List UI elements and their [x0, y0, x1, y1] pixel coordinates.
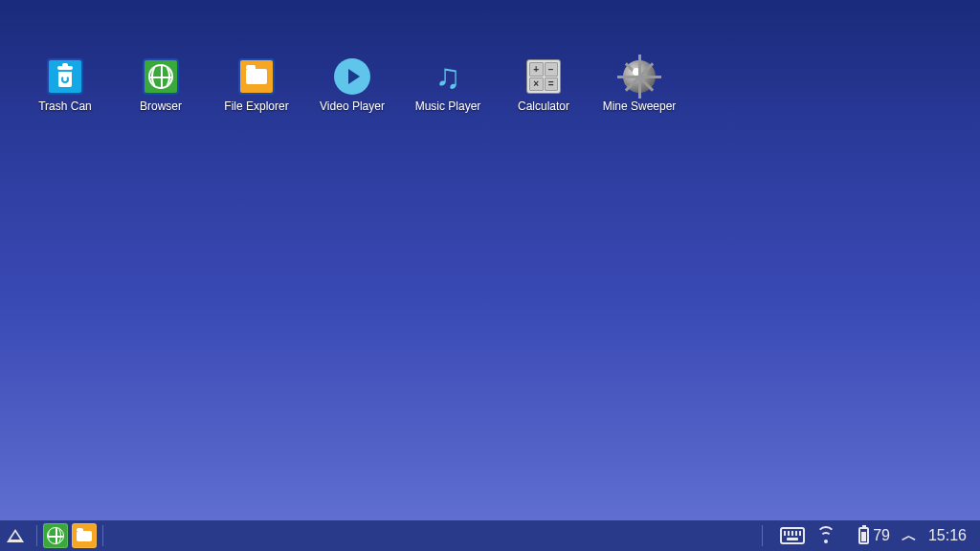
browser-icon [47, 527, 64, 544]
desktop-icon-trash[interactable]: Trash Can [17, 57, 113, 113]
desktop-icon-label: File Explorer [224, 99, 288, 113]
desktop-icon-mine-sweeper[interactable]: Mine Sweeper [591, 57, 687, 113]
network-tray-button[interactable] [816, 528, 835, 543]
trash-icon [46, 57, 84, 96]
tray-expand-button[interactable]: ︿ [902, 526, 917, 546]
desktop-area[interactable]: Trash Can Browser File Explorer Video Pl [0, 0, 980, 520]
taskbar-pinned-file-explorer[interactable] [72, 523, 97, 548]
clock-text: 15:16 [928, 527, 967, 544]
chevron-up-icon: ︿ [902, 526, 917, 546]
folder-icon [77, 531, 92, 541]
clock-tray-button[interactable]: 15:16 [928, 527, 967, 544]
desktop-icon-calculator[interactable]: +− ×= Calculator [496, 57, 591, 113]
mine-icon [620, 57, 658, 96]
play-icon [333, 57, 371, 96]
desktop-icon-label: Video Player [320, 99, 385, 113]
calculator-icon: +− ×= [524, 57, 563, 96]
battery-level-text: 79 [873, 527, 890, 544]
desktop-icon-music-player[interactable]: ♫ Music Player [400, 57, 496, 113]
taskbar: 79 ︿ 15:16 [0, 520, 980, 551]
desktop-icon-label: Trash Can [38, 99, 92, 113]
desktop-icon-label: Calculator [518, 99, 569, 113]
desktop-icon-row: Trash Can Browser File Explorer Video Pl [17, 57, 980, 113]
keyboard-tray-button[interactable] [780, 527, 805, 544]
taskbar-separator [102, 525, 103, 546]
folder-icon [237, 57, 276, 96]
browser-icon [142, 57, 180, 96]
system-tray: 79 ︿ 15:16 [762, 520, 980, 551]
desktop-icon-label: Music Player [415, 99, 481, 113]
taskbar-left [0, 520, 105, 551]
battery-icon [858, 527, 869, 544]
keyboard-icon [780, 527, 805, 544]
start-menu-button[interactable] [0, 520, 31, 551]
taskbar-pinned-browser[interactable] [43, 523, 68, 548]
wifi-icon [816, 528, 835, 543]
battery-tray-button[interactable]: 79 [858, 527, 890, 544]
desktop-icon-label: Browser [140, 99, 182, 113]
desktop-icon-label: Mine Sweeper [603, 99, 677, 113]
start-logo-icon [7, 529, 24, 542]
desktop-icon-video-player[interactable]: Video Player [304, 57, 400, 113]
desktop-icon-browser[interactable]: Browser [113, 57, 209, 113]
taskbar-separator [36, 525, 37, 546]
tray-separator [762, 525, 763, 546]
desktop-icon-file-explorer[interactable]: File Explorer [209, 57, 304, 113]
music-note-icon: ♫ [429, 57, 467, 96]
